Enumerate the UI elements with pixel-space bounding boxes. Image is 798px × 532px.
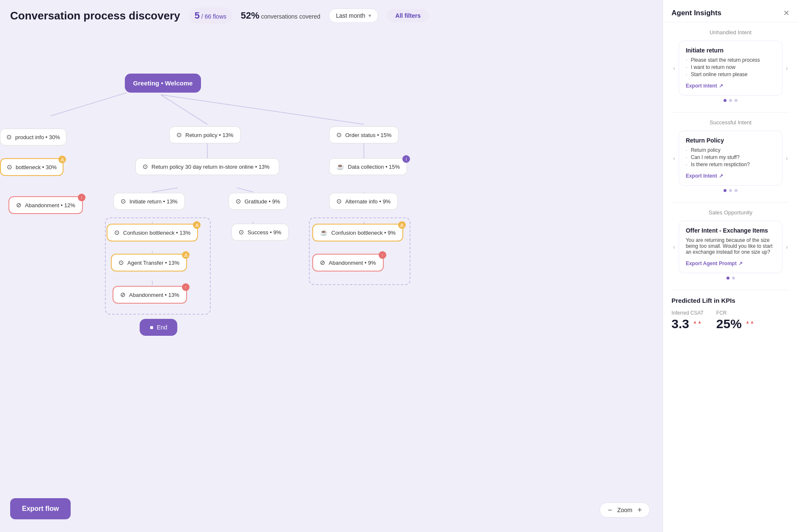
fcr-kpi: FCR 25% ▲▲ [716,310,754,330]
prev-successful-button[interactable]: ‹ [671,153,677,163]
greeting-label: Greeting • Welcome [133,80,193,87]
success-node[interactable]: ⊙ Success • 9% [231,224,289,241]
warning-badge: ⚠ [398,221,406,229]
sales-opportunity-nav: ‹ Offer Intent - Exchange Items You are … [671,221,790,273]
bullet-3: Is there return resptiction? [686,162,776,167]
end-label: End [157,324,167,331]
order-status-label: Order status • 15% [345,132,391,138]
flows-count: 5 [195,10,200,21]
successful-intent-nav: ‹ Return Policy Return policy Can I retu… [671,131,790,186]
dot-3 [735,189,737,192]
agent-transfer-node[interactable]: ⚠ ⊙ Agent Transfer • 13% [111,254,187,271]
sales-card-title: Offer Intent - Exchange Items [686,227,776,234]
node-icon: ☕ [336,163,344,170]
node-icon: ☕ [320,229,328,236]
flows-total-label: 66 flows [205,13,226,20]
prev-sales-button[interactable]: ‹ [671,242,677,252]
abandonment-left-top-label: Abandonment • 12% [25,202,75,208]
zoom-in-button[interactable]: + [637,506,642,514]
initiate-return-node[interactable]: ⊙ Initiate return • 13% [113,193,185,210]
coverage-pct: 52% [241,10,259,21]
sales-opportunity-section: Sales Opportunity ‹ Offer Intent - Excha… [663,203,798,290]
kpi-section: Predicted Lift in KPIs Inferred CSAT 3.3… [663,290,798,337]
abandonment-bottom-left-node[interactable]: ↑ ⊘ Abandonment • 13% [113,286,187,304]
svg-line-4 [152,188,178,192]
svg-line-2 [51,93,127,116]
kpi-title: Predicted Lift in KPIs [671,297,790,304]
panel-title: Agent Insights [671,9,721,17]
bullet-1: Return policy [686,147,776,153]
successful-card-title: Return Policy [686,137,776,144]
sales-opportunity-card: Offer Intent - Exchange Items You are re… [679,221,783,273]
dot-1 [724,99,726,102]
node-icon: ⊙ [118,259,124,266]
unhandled-intent-section: Unhandled Intent ‹ Initiate return Pleas… [663,22,798,112]
alternate-info-label: Alternate info • 9% [345,198,391,205]
kpi-row: Inferred CSAT 3.3 ▲▲ FCR 25% ▲▲ [671,310,790,330]
return-policy-30-node[interactable]: ⊙ Return policy 30 day return in-store o… [135,158,279,175]
order-status-node[interactable]: ⊙ Order status • 15% [329,126,399,143]
all-filters-button[interactable]: All filters [387,9,429,22]
abandonment-right-node[interactable]: ↑ ⊘ Abandonment • 9% [312,254,384,271]
export-intent-link-2[interactable]: Export Intent ↗ [686,173,723,179]
next-unhandled-button[interactable]: › [784,63,790,73]
return-policy-label: Return policy • 13% [185,132,234,138]
node-icon: ⊙ [236,197,241,205]
node-icon: ⊙ [176,131,182,139]
end-node[interactable]: ■ End [140,319,177,336]
svg-line-1 [161,95,364,124]
date-filter[interactable]: Last month ▾ [329,8,378,23]
confusion-left-label: Confusion bottleneck • 13% [123,230,190,236]
bullet-1: Please start the return process [686,57,776,63]
bullet-2: Can I return my stuff? [686,154,776,160]
abandonment-left-top-node[interactable]: ↑ ⊘ Abandonment • 12% [8,196,83,214]
alternate-info-node[interactable]: ⊙ Alternate info • 9% [329,193,398,210]
date-filter-label: Last month [336,12,365,19]
export-icon-2: ↗ [719,173,723,179]
export-intent-link[interactable]: Export intent ↗ [686,83,723,89]
greeting-node[interactable]: Greeting • Welcome [125,74,201,93]
chevron-down-icon: ▾ [369,13,371,19]
node-icon: ⊙ [143,163,148,170]
csat-kpi: Inferred CSAT 3.3 ▲▲ [671,310,704,330]
confusion-right-label: Confusion bottleneck • 9% [331,230,396,236]
export-icon: ↗ [719,83,723,89]
node-icon: ⊙ [6,133,12,141]
dot-2 [729,99,732,102]
confusion-bottleneck-right-node[interactable]: ⚠ ☕ Confusion bottleneck • 9% [312,224,403,241]
info-badge: i [402,155,410,163]
warning-badge: ⚠ [58,156,66,163]
export-agent-prompt-link[interactable]: Export Agent Prompt ↗ [686,261,743,266]
product-info-node[interactable]: ⊙ product info • 30% [0,129,66,145]
node-icon: ⊘ [120,291,126,299]
csat-label: Inferred CSAT [671,310,704,316]
agent-transfer-label: Agent Transfer • 13% [127,260,179,266]
data-collection-node[interactable]: i ☕ Data collection • 15% [329,158,407,175]
header: Conversation process discovery 5 / 66 fl… [0,0,663,31]
return-policy-node[interactable]: ⊙ Return policy • 13% [169,126,241,143]
svg-line-5 [237,188,253,192]
dot-2 [732,277,735,280]
node-icon: ⊙ [114,229,120,236]
confusion-bottleneck-left-node[interactable]: ⚠ ⊙ Confusion bottleneck • 13% [107,224,198,241]
node-icon: ⊙ [121,197,126,205]
svg-line-0 [161,95,207,124]
sales-dots [671,273,790,283]
bottleneck-node[interactable]: ⚠ ⊙ bottleneck • 30% [0,158,63,176]
gratitude-node[interactable]: ⊙ Gratitude • 9% [228,193,287,210]
right-panel: Agent Insights ✕ Unhandled Intent ‹ Init… [663,0,798,532]
sales-card-body: You are returning because of the size be… [686,237,776,255]
next-successful-button[interactable]: › [784,153,790,163]
data-collection-label: Data collection • 15% [348,164,400,170]
zoom-label: Zoom [617,507,633,513]
export-flow-button[interactable]: Export flow [10,498,71,519]
next-sales-button[interactable]: › [784,242,790,252]
warning-badge: ⚠ [182,251,190,259]
close-button[interactable]: ✕ [783,8,790,18]
export-agent-icon: ↗ [738,261,743,266]
unhandled-card-title: Initiate return [686,47,776,54]
zoom-out-button[interactable]: − [608,506,612,514]
prev-unhandled-button[interactable]: ‹ [671,63,677,73]
csat-change: ▲▲ [693,319,702,324]
panel-header: Agent Insights ✕ [663,0,798,22]
